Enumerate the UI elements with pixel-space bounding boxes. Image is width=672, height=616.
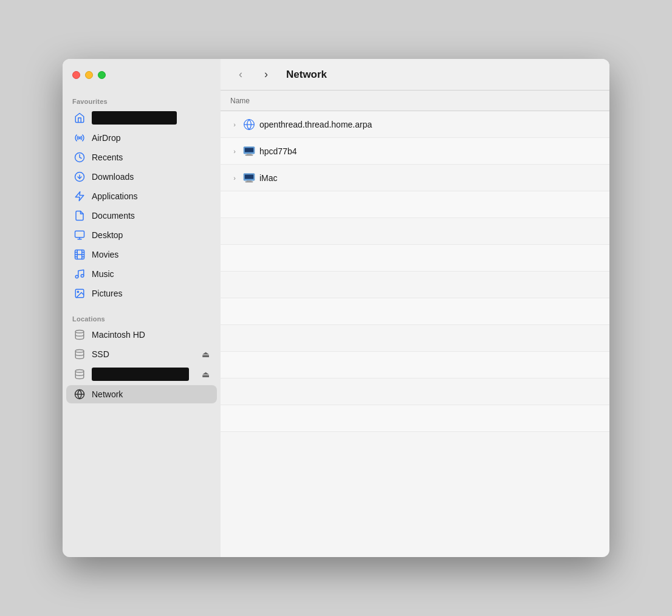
titlebar xyxy=(63,59,221,91)
network-label: Network xyxy=(92,389,123,399)
sidebar-item-recents[interactable]: Recents xyxy=(66,148,217,166)
chevron-icon-hpcd77b4: › xyxy=(230,147,239,156)
svg-point-16 xyxy=(75,275,78,278)
empty-row-7 xyxy=(221,352,609,378)
sidebar: Favourites AirDrop xyxy=(63,59,221,557)
column-header: Name xyxy=(221,91,609,111)
music-label: Music xyxy=(92,269,114,279)
svg-rect-28 xyxy=(245,148,253,152)
finder-window: Favourites AirDrop xyxy=(63,59,609,557)
svg-point-20 xyxy=(75,330,84,334)
recents-label: Recents xyxy=(92,152,123,162)
empty-row-9 xyxy=(221,405,609,432)
downloads-icon xyxy=(74,171,86,183)
file-row-openthread[interactable]: › openthread.thread.home.arpa xyxy=(221,111,609,138)
macintosh-hd-label: Macintosh HD xyxy=(92,330,145,340)
empty-row-1 xyxy=(221,191,609,218)
chevron-icon-openthread: › xyxy=(230,120,239,129)
file-row-imac[interactable]: › iMac xyxy=(221,165,609,191)
sidebar-item-music[interactable]: Music xyxy=(66,265,217,283)
music-icon xyxy=(74,268,86,280)
svg-point-0 xyxy=(79,137,81,139)
ssd-label: SSD xyxy=(92,349,109,359)
svg-rect-5 xyxy=(75,231,84,238)
empty-row-4 xyxy=(221,272,609,298)
file-icon-hpcd77b4 xyxy=(242,145,256,158)
sidebar-item-desktop[interactable]: Desktop xyxy=(66,226,217,244)
favourites-label: Favourites xyxy=(63,91,221,108)
applications-label: Applications xyxy=(92,191,138,201)
external-eject-button[interactable]: ⏏ xyxy=(202,369,210,379)
desktop-label: Desktop xyxy=(92,230,123,240)
external-icon xyxy=(74,368,86,380)
file-name-openthread: openthread.thread.home.arpa xyxy=(259,120,372,129)
minimize-button[interactable] xyxy=(85,71,93,79)
sidebar-item-movies[interactable]: Movies xyxy=(66,245,217,264)
pictures-icon xyxy=(74,287,86,299)
desktop-icon xyxy=(74,229,86,241)
svg-marker-4 xyxy=(75,192,84,201)
svg-point-17 xyxy=(81,275,84,278)
page-title: Network xyxy=(286,69,327,81)
svg-point-22 xyxy=(75,370,84,373)
sidebar-item-pictures[interactable]: Pictures xyxy=(66,284,217,303)
file-name-hpcd77b4: hpcd77b4 xyxy=(259,146,297,156)
svg-rect-34 xyxy=(245,181,253,182)
svg-point-19 xyxy=(77,291,78,292)
empty-row-8 xyxy=(221,378,609,405)
applications-icon xyxy=(74,190,86,202)
chevron-icon-imac: › xyxy=(230,174,239,182)
documents-icon xyxy=(74,210,86,222)
file-list: › openthread.thread.home.arpa › xyxy=(221,111,609,557)
svg-rect-29 xyxy=(247,154,252,155)
macintosh-hd-icon xyxy=(74,329,86,341)
airdrop-label: AirDrop xyxy=(92,133,120,143)
sidebar-item-home[interactable] xyxy=(66,108,217,128)
ssd-icon xyxy=(74,348,86,360)
sidebar-item-macintosh-hd[interactable]: Macintosh HD xyxy=(66,326,217,344)
empty-row-3 xyxy=(221,245,609,272)
svg-rect-32 xyxy=(245,174,253,179)
network-icon xyxy=(74,388,86,400)
pictures-label: Pictures xyxy=(92,289,123,298)
recents-icon xyxy=(74,151,86,163)
file-icon-imac xyxy=(242,171,256,185)
main-content: ‹ › Network Name › openthread.thread.hom… xyxy=(221,59,609,557)
sidebar-item-documents[interactable]: Documents xyxy=(66,207,217,225)
sidebar-item-external[interactable]: ⏏ xyxy=(66,364,217,384)
sidebar-item-ssd[interactable]: SSD ⏏ xyxy=(66,345,217,363)
file-row-hpcd77b4[interactable]: › hpcd77b4 xyxy=(221,138,609,165)
file-name-imac: iMac xyxy=(259,173,278,183)
svg-rect-30 xyxy=(245,154,253,156)
movies-icon xyxy=(74,248,86,261)
close-button[interactable] xyxy=(72,71,80,79)
sidebar-item-downloads[interactable]: Downloads xyxy=(66,168,217,186)
locations-label: Locations xyxy=(63,308,221,325)
forward-button[interactable]: › xyxy=(258,67,274,83)
home-redacted xyxy=(92,111,177,125)
file-icon-openthread xyxy=(242,118,256,131)
svg-point-21 xyxy=(75,350,84,353)
maximize-button[interactable] xyxy=(98,71,106,79)
empty-row-5 xyxy=(221,298,609,325)
home-icon xyxy=(74,112,86,124)
empty-row-2 xyxy=(221,218,609,245)
movies-label: Movies xyxy=(92,250,118,259)
external-redacted xyxy=(92,368,189,381)
svg-rect-33 xyxy=(247,180,252,182)
downloads-label: Downloads xyxy=(92,172,134,182)
airdrop-icon xyxy=(74,132,86,144)
empty-row-6 xyxy=(221,325,609,352)
sidebar-item-network[interactable]: Network xyxy=(66,385,217,403)
sidebar-item-airdrop[interactable]: AirDrop xyxy=(66,129,217,147)
back-button[interactable]: ‹ xyxy=(233,67,249,83)
main-titlebar: ‹ › Network xyxy=(221,59,609,91)
name-column-header: Name xyxy=(230,97,250,105)
sidebar-item-applications[interactable]: Applications xyxy=(66,187,217,205)
documents-label: Documents xyxy=(92,211,135,221)
ssd-eject-button[interactable]: ⏏ xyxy=(202,349,210,359)
